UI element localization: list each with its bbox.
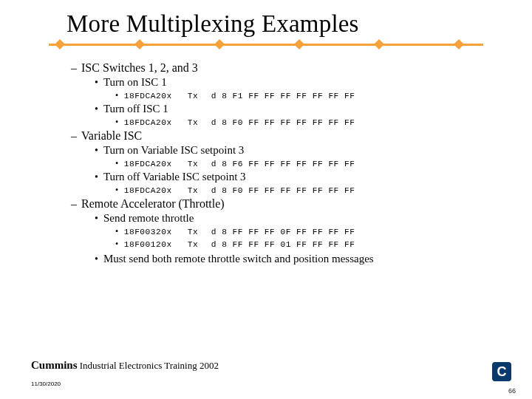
bullet: Send remote throttle	[95, 212, 488, 225]
msg-bytes: d 8 F0 FF FF FF FF FF FF FF	[211, 186, 355, 195]
msg-dir: Tx	[188, 228, 211, 236]
section-heading: –ISC Switches 1, 2, and 3	[71, 61, 488, 75]
bullet: Turn on ISC 1	[95, 76, 488, 89]
bullet-text: Turn on ISC 1	[103, 76, 167, 88]
section-heading-text: Remote Accelerator (Throttle)	[81, 197, 225, 210]
msg-bytes: d 8 F0 FF FF FF FF FF FF FF	[211, 118, 355, 127]
msg-id: 18F00120x	[124, 240, 188, 249]
msg-dir: Tx	[188, 240, 211, 249]
section-heading: –Variable ISC	[71, 129, 488, 143]
msg-bytes: d 8 FF FF FF 01 FF FF FF FF	[211, 240, 355, 249]
logo-letter: C	[497, 364, 507, 380]
bullet-text: Send remote throttle	[103, 212, 194, 224]
slide-title: More Multiplexing Examples	[66, 10, 532, 38]
bullet-text: Must send both remote throttle switch an…	[103, 253, 374, 265]
section-heading: –Remote Accelerator (Throttle)	[71, 197, 488, 211]
can-message: 18F00120xTxd 8 FF FF FF 01 FF FF FF FF	[115, 239, 488, 250]
page-number: 66	[508, 387, 516, 395]
diamond-icon	[454, 39, 464, 50]
bullet-text: Turn off ISC 1	[103, 103, 168, 115]
msg-id: 18FDCA20x	[124, 92, 188, 100]
msg-dir: Tx	[188, 92, 211, 100]
bullet: Must send both remote throttle switch an…	[95, 253, 488, 265]
content: –ISC Switches 1, 2, and 3 Turn on ISC 1 …	[0, 48, 532, 265]
brand-rest: Industrial Electronics Training 2002	[78, 360, 219, 371]
footer: Cummins Industrial Electronics Training …	[31, 359, 511, 384]
msg-bytes: d 8 FF FF FF 0F FF FF FF FF	[211, 228, 355, 236]
diamond-icon	[214, 39, 225, 50]
can-message: 18FDCA20xTxd 8 F0 FF FF FF FF FF FF FF	[115, 185, 488, 196]
section-heading-text: Variable ISC	[81, 129, 142, 142]
msg-id: 18FDCA20x	[124, 118, 188, 127]
diamond-icon	[374, 39, 384, 50]
can-message: 18F00320xTxd 8 FF FF FF 0F FF FF FF FF	[115, 226, 488, 237]
brand-logo: C	[492, 362, 511, 381]
bullet: Turn off Variable ISC setpoint 3	[95, 171, 488, 183]
msg-dir: Tx	[188, 186, 211, 195]
msg-id: 18FDCA20x	[124, 160, 188, 168]
msg-id: 18FDCA20x	[124, 186, 188, 195]
diamond-icon	[55, 39, 65, 50]
divider-line	[49, 44, 483, 46]
msg-bytes: d 8 F6 FF FF FF FF FF FF FF	[211, 160, 355, 168]
can-message: 18FDCA20xTxd 8 F6 FF FF FF FF FF FF FF	[115, 158, 488, 169]
diamond-icon	[294, 39, 304, 50]
bullet: Turn off ISC 1	[95, 103, 488, 115]
can-message: 18FDCA20xTxd 8 F1 FF FF FF FF FF FF FF	[115, 90, 488, 101]
bullet: Turn on Variable ISC setpoint 3	[95, 144, 488, 157]
footer-brand: Cummins Industrial Electronics Training …	[31, 359, 511, 372]
brand-bold: Cummins	[31, 359, 78, 371]
header: More Multiplexing Examples	[0, 0, 532, 38]
slide: More Multiplexing Examples –ISC Switches…	[0, 0, 532, 399]
msg-bytes: d 8 F1 FF FF FF FF FF FF FF	[211, 92, 355, 100]
msg-dir: Tx	[188, 160, 211, 168]
msg-id: 18F00320x	[124, 228, 188, 236]
msg-dir: Tx	[188, 118, 211, 127]
diamond-icon	[134, 39, 145, 50]
divider	[49, 41, 483, 48]
bullet-text: Turn off Variable ISC setpoint 3	[103, 171, 246, 183]
section-heading-text: ISC Switches 1, 2, and 3	[81, 61, 198, 74]
footer-date: 11/30/2020	[31, 381, 61, 387]
bullet-text: Turn on Variable ISC setpoint 3	[103, 144, 244, 156]
can-message: 18FDCA20xTxd 8 F0 FF FF FF FF FF FF FF	[115, 117, 488, 128]
